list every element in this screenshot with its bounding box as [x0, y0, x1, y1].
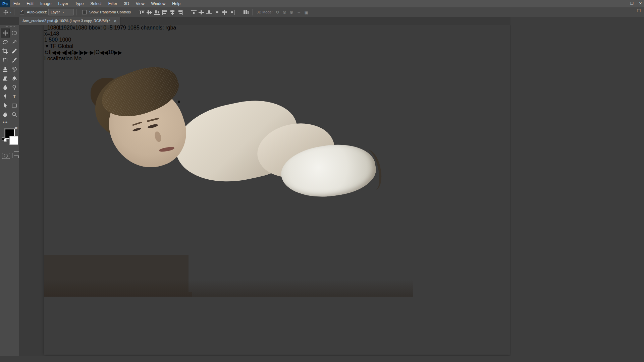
- workspace-icon[interactable]: ❒: [637, 8, 641, 13]
- document-title: Arm_cracked2.psd @ 100% (Layer 3 copy, R…: [22, 19, 110, 23]
- align-right-icon[interactable]: [177, 10, 183, 15]
- quick-mask-button[interactable]: [2, 153, 10, 159]
- brush-tool[interactable]: [10, 56, 18, 64]
- auto-select-target-dropdown[interactable]: Layer▾: [48, 9, 74, 15]
- rectangle-tool[interactable]: [10, 101, 18, 110]
- eyedropper-tool[interactable]: [10, 47, 18, 55]
- divider: [187, 9, 187, 15]
- menu-item[interactable]: Window: [148, 0, 169, 7]
- menu-item[interactable]: Layer: [55, 0, 71, 7]
- photo-content: [44, 25, 413, 297]
- menu-item[interactable]: File: [10, 0, 23, 7]
- ear-stud: [178, 101, 180, 103]
- photoshop-window: Ps FileEditImageLayerTypeSelectFilter3DV…: [0, 0, 644, 362]
- menu-item[interactable]: Edit: [23, 0, 37, 7]
- screen-mode-button[interactable]: [12, 153, 19, 158]
- mode-3d-label: 3D Mode:: [257, 10, 273, 14]
- distribute-bottom-icon[interactable]: [206, 10, 212, 15]
- document-tab[interactable]: Arm_cracked2.psd @ 100% (Layer 3 copy, R…: [19, 17, 120, 25]
- document-canvas[interactable]: _1080 644x362 bbox: 0 -5 1979 1085 cha…: [44, 25, 510, 355]
- menu-item[interactable]: 3D: [120, 0, 132, 7]
- pen-tool[interactable]: [1, 92, 9, 101]
- paint-bucket-tool[interactable]: [10, 74, 18, 82]
- auto-align-icon[interactable]: [243, 10, 249, 15]
- distribute-vcenter-icon[interactable]: [199, 10, 204, 15]
- align-top-icon[interactable]: [139, 10, 145, 15]
- playhead-label: 1: [58, 25, 61, 31]
- quick-selection-tool[interactable]: [10, 38, 18, 46]
- dodge-tool[interactable]: [10, 83, 18, 92]
- panel-grip[interactable]: [5, 26, 15, 27]
- align-bottom-icon[interactable]: [154, 10, 160, 15]
- show-transform-label: Show Transform Controls: [89, 10, 131, 14]
- document-tab-bar: Arm_cracked2.psd @ 100% (Layer 3 copy, R…: [0, 17, 511, 25]
- menu-item[interactable]: View: [132, 0, 148, 7]
- chevron-down-icon: ▾: [62, 11, 64, 14]
- color-swatches: ⇄: [2, 126, 17, 150]
- move-tool[interactable]: [1, 29, 9, 37]
- blur-tool[interactable]: [1, 83, 9, 92]
- distribute-top-icon[interactable]: [191, 10, 197, 15]
- clone-stamp-tool[interactable]: [1, 65, 9, 73]
- menu-bar: Ps FileEditImageLayerTypeSelectFilter3DV…: [0, 0, 644, 8]
- background-color[interactable]: [9, 136, 18, 145]
- menu-item[interactable]: Filter: [105, 0, 121, 7]
- align-horizontal-centers-icon[interactable]: [170, 10, 175, 15]
- main-menu: FileEditImageLayerTypeSelectFilter3DView…: [10, 0, 184, 7]
- close-tab-icon[interactable]: ✕: [114, 19, 116, 23]
- auto-select-checkbox[interactable]: [20, 10, 24, 14]
- window-controls: — ❐ ✕: [621, 0, 642, 7]
- drag-3d-icon[interactable]: ⊕: [290, 10, 293, 15]
- move-tool-icon[interactable]: [2, 9, 9, 15]
- menu-item[interactable]: Help: [169, 0, 184, 7]
- eraser-tool[interactable]: [1, 74, 9, 82]
- hand-tool[interactable]: [1, 110, 9, 119]
- divider: [76, 9, 77, 15]
- minimize-icon[interactable]: —: [621, 0, 625, 7]
- tools-panel: T ••• ⇄: [0, 25, 19, 356]
- divider: [14, 9, 14, 15]
- options-bar: ▾ Auto-Select: Layer▾ Show Transform Con…: [0, 7, 644, 17]
- align-vertical-centers-icon[interactable]: [147, 10, 152, 15]
- scale-3d-icon[interactable]: ▣: [304, 10, 308, 15]
- frame-tool[interactable]: [1, 56, 9, 64]
- restore-icon[interactable]: ❐: [630, 0, 634, 7]
- canvas-area[interactable]: _1080 644x362 bbox: 0 -5 1979 1085 cha…: [19, 25, 511, 356]
- path-selection-tool[interactable]: [1, 101, 9, 110]
- marquee-tool[interactable]: [10, 29, 18, 37]
- distribute-right-icon[interactable]: [229, 10, 235, 15]
- align-left-icon[interactable]: [162, 10, 168, 15]
- close-icon[interactable]: ✕: [639, 0, 642, 7]
- auto-select-label: Auto-Select:: [27, 10, 47, 14]
- orbit-3d-icon[interactable]: ↻: [276, 10, 279, 15]
- history-brush-tool[interactable]: [10, 65, 18, 73]
- roll-3d-icon[interactable]: ⊙: [283, 10, 286, 15]
- crop-tool[interactable]: [1, 47, 9, 55]
- distribute-hcenter-icon[interactable]: [222, 10, 227, 15]
- photoshop-logo: Ps: [0, 0, 10, 7]
- menu-item[interactable]: Image: [37, 0, 55, 7]
- type-tool[interactable]: T: [10, 92, 18, 101]
- divider: [252, 9, 253, 15]
- edit-toolbar-button[interactable]: •••: [1, 118, 9, 126]
- swap-colors-icon[interactable]: ⇄: [15, 126, 17, 130]
- divider: [239, 9, 239, 15]
- divider: [135, 9, 135, 15]
- menu-item[interactable]: Select: [87, 0, 105, 7]
- slide-3d-icon[interactable]: ⇔: [297, 10, 301, 15]
- zoom-tool[interactable]: [10, 110, 18, 119]
- lasso-tool[interactable]: [1, 38, 9, 46]
- show-transform-checkbox[interactable]: [82, 10, 87, 14]
- chevron-down-icon: ▾: [10, 11, 11, 14]
- distribute-left-icon[interactable]: [214, 10, 220, 15]
- options-bar-right: ❒: [632, 8, 641, 13]
- menu-item[interactable]: Type: [71, 0, 87, 7]
